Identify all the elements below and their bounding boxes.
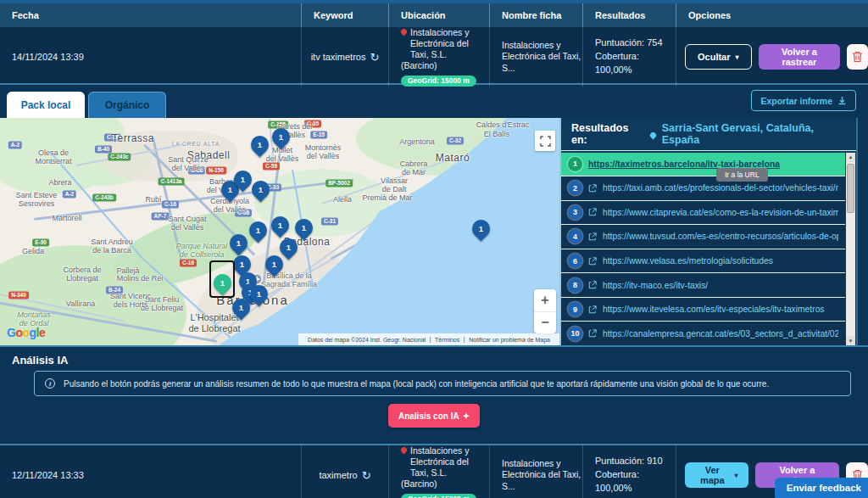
map-label: El Balís (484, 130, 510, 138)
ai-analysis-button[interactable]: Analisis con IA✦ (388, 404, 480, 428)
map-label: Martorell (52, 214, 81, 222)
map-pin[interactable]: 1 (226, 231, 252, 256)
send-feedback-button[interactable]: Enviar feedback (775, 478, 868, 498)
result-url[interactable]: https://taxi.amb.cat/es/professionals-de… (603, 183, 838, 193)
road-badge: C-59 (263, 162, 280, 170)
map-pin[interactable]: 1 (292, 215, 317, 241)
road-badge: C-243b (92, 193, 116, 201)
google-logo: Google (7, 326, 45, 339)
ubicacion-cell: Instalaciones y Electrónica del Taxi, S.… (388, 27, 489, 87)
chevron-down-icon: ▾ (735, 472, 738, 479)
rank-badge: 6 (568, 254, 582, 268)
external-link-icon (588, 232, 597, 241)
ver-mapa-button[interactable]: Ver mapa▾ (685, 462, 748, 488)
scroll-up-arrow[interactable]: ▲ (846, 153, 855, 162)
ubicacion-cell: Instalaciones y Electrónica del Taxi, S.… (388, 445, 489, 498)
result-url[interactable]: https://www.tuvsud.com/es-es/centro-recu… (603, 232, 838, 241)
map-label: Gelida (22, 247, 44, 255)
zoom-out-button[interactable]: − (534, 312, 556, 334)
location-pin-icon (400, 28, 409, 36)
terms-link[interactable]: Términos (430, 337, 464, 343)
ocultar-button[interactable]: Ocultar▾ (685, 44, 752, 70)
refresh-icon[interactable]: ↻ (362, 469, 371, 482)
map-pin[interactable]: 1 (246, 218, 271, 243)
volver-a-rastrear-button[interactable]: Volver a rastrear (759, 44, 841, 70)
scroll-down-arrow[interactable]: ▼ (846, 336, 855, 345)
tab-organico[interactable]: Orgánico (88, 92, 166, 118)
opciones-cell: Ocultar▾ Volver a rastrear (676, 27, 868, 87)
external-link-icon (588, 281, 597, 289)
result-url[interactable]: https://canalempresa.gencat.cat/es/03_se… (603, 329, 838, 339)
map-pin[interactable]: 1 (469, 216, 494, 242)
fullscreen-button[interactable] (535, 131, 555, 151)
result-item[interactable]: 8https://itv-maco.es/itv-taxis/ (561, 273, 845, 298)
export-report-button[interactable]: Exportar informe (751, 90, 856, 111)
report-problem-link[interactable]: Notificar un problema de Mapa (464, 337, 554, 343)
keyword-cell: itv taximetros↻ (301, 27, 388, 87)
map-zoom-control: + − (534, 289, 556, 333)
external-link-icon (588, 208, 597, 216)
map-label: Sant Vicenç dels Horts (110, 292, 151, 310)
attribution-text: Datos del mapa ©2024 Inst. Geogr. Nacion… (303, 337, 430, 343)
result-url[interactable]: https://www.itevelesa.com/es/itv-especia… (603, 305, 825, 314)
map-label: Vilassar de Dalt (381, 176, 408, 194)
rank-badge: 8 (568, 278, 582, 293)
map-label: Mataró (436, 153, 470, 165)
map-label: Alella (333, 195, 352, 204)
table-row: 12/11/2024 13:33 taximetro↻ Instalacione… (0, 445, 868, 498)
url-tooltip: Ir a la URL (716, 168, 768, 182)
result-item[interactable]: 3https://www.citaprevia.cat/es/como-es-l… (561, 201, 845, 226)
map-pin-selected[interactable]: 1 (210, 271, 236, 296)
map-label: Vallirana (66, 299, 95, 308)
delete-button[interactable] (847, 44, 868, 70)
result-url[interactable]: https://www.citaprevia.cat/es/como-es-la… (603, 208, 838, 217)
road-badge: E-90 (32, 238, 49, 246)
results-list: 1https://taximetros.barcelona/itv-taxi-b… (561, 153, 845, 346)
result-item[interactable]: 9https://www.itevelesa.com/es/itv-especi… (561, 298, 845, 322)
road-badge: C-31 (321, 217, 338, 225)
col-header-ubicacion: Ubicación (388, 3, 489, 27)
map-pin[interactable]: 1 (269, 125, 294, 150)
map-pin[interactable]: 1 (262, 252, 287, 277)
road-badge: A-2 (8, 141, 22, 148)
rank-badge: 10 (568, 327, 582, 341)
refresh-icon[interactable]: ↻ (370, 51, 379, 64)
result-item[interactable]: 2https://taxi.amb.cat/es/professionals-d… (561, 176, 845, 201)
col-header-keyword: Keyword (301, 3, 388, 27)
result-item[interactable]: 1https://taximetros.barcelona/itv-taxi-b… (561, 153, 845, 177)
location-pin-icon (648, 131, 657, 139)
map-label: Argentona (399, 137, 435, 146)
map-label: Abrera (48, 178, 71, 187)
road-badge: C-243c (108, 153, 131, 160)
resultados-cell: Puntuación: 910Cobertura: 100,00% (582, 445, 676, 498)
map-label: Terrassa (112, 133, 154, 145)
results-location[interactable]: Sarria-Sant Gervasi, Cataluña, España (662, 122, 846, 146)
result-item[interactable]: 10https://canalempresa.gencat.cat/es/03_… (561, 322, 845, 345)
table-row: 14/11/2024 13:39 itv taximetros↻ Instala… (0, 27, 868, 83)
map-pin[interactable]: 1 (247, 282, 272, 307)
sparkle-icon: ✦ (463, 411, 470, 421)
map-pin[interactable]: 1 (248, 132, 273, 158)
result-item[interactable]: 4https://www.tuvsud.com/es-es/centro-rec… (561, 225, 845, 249)
zoom-in-button[interactable]: + (534, 289, 556, 312)
map-label: Sant Quirze del Vallès (168, 155, 209, 173)
results-scrollbar[interactable]: ▲ ▼ (846, 153, 855, 346)
map-pin[interactable]: 1 (229, 295, 254, 321)
keyword-cell: taximetro↻ (301, 445, 388, 498)
analysis-title: Análisis IA (12, 354, 68, 367)
scrollbar-thumb[interactable] (847, 164, 854, 213)
rank-badge: 4 (568, 229, 582, 243)
road-badge: AP-7 (152, 212, 170, 220)
detail-panel: Pack local Orgánico Exportar informe A-2 (0, 85, 868, 444)
map-label: Caldes d'Estrac (476, 120, 530, 129)
road-badge: A-2 (63, 190, 76, 198)
map-pin[interactable]: 1 (268, 213, 293, 238)
map-results-area: A-2B-40C-16C-58C-16AP-7A-2C-32E-15C-33C-… (0, 118, 868, 345)
nombre-ficha-cell: Instalaciones yElectrónica del Taxi, S..… (489, 445, 582, 498)
result-item[interactable]: 6https://www.velasa.es/metrologia/solici… (561, 249, 845, 274)
result-url[interactable]: https://www.velasa.es/metrologia/solicit… (603, 256, 773, 266)
map-pin[interactable]: 1 (248, 177, 274, 203)
map[interactable]: A-2B-40C-16C-58C-16AP-7A-2C-32E-15C-33C-… (0, 118, 559, 345)
tab-pack-local[interactable]: Pack local (7, 92, 85, 118)
result-url[interactable]: https://itv-maco.es/itv-taxis/ (603, 281, 708, 290)
